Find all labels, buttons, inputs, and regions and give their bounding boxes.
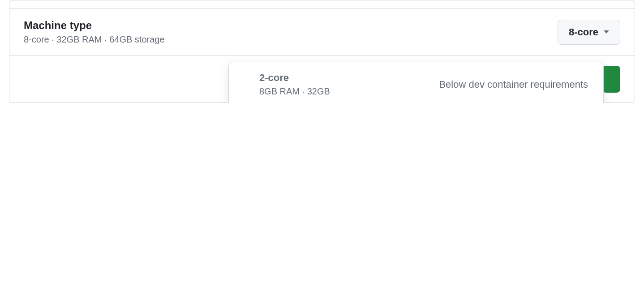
machine-type-title: Machine type — [24, 19, 165, 32]
machine-type-row: Machine type 8-core · 32GB RAM · 64GB st… — [9, 9, 635, 56]
option-sub: 8GB RAM · 32GB — [259, 86, 439, 97]
machine-type-dropdown-button[interactable]: 8-core — [558, 20, 620, 45]
option-main: 2-core 8GB RAM · 32GB — [259, 72, 439, 97]
machine-type-subtitle: 8-core · 32GB RAM · 64GB storage — [24, 34, 165, 45]
create-button[interactable] — [602, 66, 620, 93]
machine-type-info: Machine type 8-core · 32GB RAM · 64GB st… — [24, 19, 165, 45]
caret-down-icon — [604, 30, 609, 34]
option-warning: Below dev container requirements — [439, 79, 592, 90]
machine-type-dropdown-menu: 2-core 8GB RAM · 32GB Below dev containe… — [228, 62, 604, 103]
option-title: 2-core — [259, 72, 439, 84]
machine-type-selected-label: 8-core — [569, 26, 598, 38]
previous-row-edge — [9, 0, 635, 9]
machine-option-2-core[interactable]: 2-core 8GB RAM · 32GB Below dev containe… — [229, 62, 603, 103]
